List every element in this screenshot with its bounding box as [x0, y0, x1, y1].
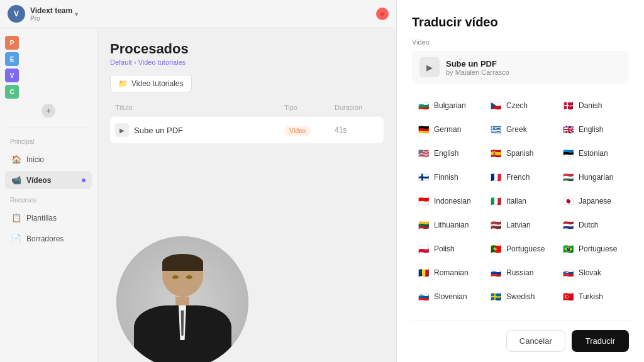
add-workspace-button[interactable]: + — [42, 104, 55, 118]
lang-item-it[interactable]: 🇮🇹Italian — [484, 189, 557, 213]
lang-item-pt[interactable]: 🇵🇹Portuguese — [484, 237, 557, 261]
flag-fi: 🇫🇮 — [417, 171, 430, 184]
flag-de: 🇩🇪 — [417, 123, 430, 136]
lang-item-fr[interactable]: 🇫🇷French — [484, 165, 557, 189]
folder-icon: 📁 — [118, 79, 128, 88]
avatar-e[interactable]: E — [5, 52, 19, 66]
panel-footer: Cancelar Traducir — [412, 321, 629, 352]
lang-label-fr: French — [506, 173, 530, 182]
flag-ro: 🇷🇴 — [417, 266, 430, 279]
cancel-button[interactable]: Cancelar — [506, 330, 565, 352]
flag-fr: 🇫🇷 — [489, 171, 502, 184]
flag-ru: 🇷🇺 — [489, 266, 502, 279]
lang-item-da[interactable]: 🇩🇰Danish — [557, 94, 629, 118]
table-header: Título Tipo Duración — [110, 101, 384, 114]
lang-item-cs[interactable]: 🇨🇿Czech — [484, 94, 557, 118]
row-title-text: Sube un PDF — [134, 126, 183, 135]
lang-label-sl: Slovenian — [434, 292, 467, 301]
lang-label-sv: Swedish — [506, 292, 535, 301]
lang-item-de[interactable]: 🇩🇪German — [412, 118, 484, 141]
lang-label-ja: Japanese — [579, 197, 611, 206]
lang-item-sk[interactable]: 🇸🇰Slovak — [557, 261, 629, 285]
lang-label-et: Estonian — [579, 149, 608, 158]
breadcrumb-videos[interactable]: Video tutoriales — [138, 58, 186, 66]
active-dot — [82, 178, 86, 182]
home-icon: 🏠 — [11, 155, 21, 164]
avatar-p[interactable]: P — [5, 36, 19, 50]
lang-label-pt2: Portuguese — [579, 244, 617, 253]
flag-sl: 🇸🇮 — [417, 290, 430, 303]
lang-label-id: Indonesian — [434, 197, 471, 206]
lang-item-nl[interactable]: 🇳🇱Dutch — [557, 213, 629, 237]
sidebar-label-borradores: Borradores — [26, 234, 64, 243]
lang-label-bg: Bulgarian — [434, 101, 466, 110]
folder-button[interactable]: 📁 Video tutoriales — [110, 75, 192, 92]
team-name: Vidext team — [30, 6, 72, 15]
lang-item-hu[interactable]: 🇭🇺Hungarian — [557, 165, 629, 189]
sidebar-item-borradores[interactable]: 📄 Borradores — [5, 229, 92, 248]
close-button[interactable]: ✕ — [376, 8, 389, 20]
flag-sk: 🇸🇰 — [562, 266, 574, 279]
lang-item-es[interactable]: 🇪🇸Spanish — [484, 141, 557, 165]
lang-item-et[interactable]: 🇪🇪Estonian — [557, 141, 629, 165]
sidebar-item-inicio[interactable]: 🏠 Inicio — [5, 150, 92, 168]
topbar: V Vidext team Pro ▾ ✕ — [0, 0, 396, 28]
lang-item-en2[interactable]: 🇺🇸English — [412, 141, 484, 165]
lang-item-ro[interactable]: 🇷🇴Romanian — [412, 261, 484, 285]
breadcrumb: Default › Video tutoriales — [110, 58, 384, 66]
action-bar: 📁 Video tutoriales — [110, 75, 384, 92]
lang-item-fi[interactable]: 🇫🇮Finnish — [412, 165, 484, 189]
flag-pl: 🇵🇱 — [417, 243, 430, 255]
lang-item-ru[interactable]: 🇷🇺Russian — [484, 261, 557, 285]
sidebar-section-recursos: Recursos — [5, 194, 92, 206]
sidebar-section-principal: Principal — [5, 136, 92, 148]
lang-item-lv[interactable]: 🇱🇻Latvian — [484, 213, 557, 237]
flag-cs: 🇨🇿 — [489, 99, 502, 112]
flag-et: 🇪🇪 — [562, 147, 574, 160]
lang-label-tr: Turkish — [579, 292, 603, 301]
lang-item-el[interactable]: 🇬🇷Greek — [484, 118, 557, 141]
col-type: Tipo — [284, 104, 335, 111]
sidebar-item-plantillas[interactable]: 📋 Plantillas — [5, 209, 92, 227]
avatar-v[interactable]: V — [5, 69, 19, 82]
sidebar-item-videos[interactable]: 📹 Vídeos — [5, 171, 92, 189]
col-duration: Duración — [335, 104, 379, 111]
row-duration: 41s — [335, 126, 379, 134]
flag-pt2: 🇧🇷 — [562, 243, 574, 255]
lang-label-fi: Finnish — [434, 173, 458, 182]
lang-item-zh[interactable]: 🇨🇳Chinese — [484, 309, 557, 315]
video-info-box: ▶ Sube un PDF by Maialen Carrasco — [412, 51, 629, 84]
row-type-cell: Vídeo — [284, 124, 335, 136]
lang-item-ja[interactable]: 🇯🇵Japanese — [557, 189, 629, 213]
table-row[interactable]: ▶ Sube un PDF Vídeo 41s — [110, 117, 384, 143]
lang-item-pl[interactable]: 🇵🇱Polish — [412, 237, 484, 261]
lang-label-lv: Latvian — [506, 221, 531, 229]
translate-button[interactable]: Traducir — [572, 330, 629, 352]
avatar-c[interactable]: C — [5, 85, 19, 99]
lang-item-lt[interactable]: 🇱🇹Lithuanian — [412, 213, 484, 237]
lang-label-cs: Czech — [506, 101, 528, 110]
flag-tr: 🇹🇷 — [562, 290, 574, 303]
lang-label-en: English — [579, 125, 603, 134]
lang-item-id[interactable]: 🇮🇩Indonesian — [412, 189, 484, 213]
lang-item-bg[interactable]: 🇧🇬Bulgarian — [412, 94, 484, 118]
video-label: Video — [412, 38, 629, 46]
team-info: Vidext team Pro — [30, 6, 72, 22]
breadcrumb-default[interactable]: Default — [110, 58, 132, 66]
lang-label-ru: Russian — [506, 268, 533, 277]
lang-label-de: German — [434, 125, 461, 134]
lang-item-pt2[interactable]: 🇧🇷Portuguese — [557, 237, 629, 261]
lang-label-pl: Polish — [434, 244, 455, 253]
breadcrumb-sep: › — [134, 58, 138, 66]
chevron-down-icon: ▾ — [75, 11, 78, 18]
team-plan: Pro — [30, 15, 72, 22]
lang-item-sl[interactable]: 🇸🇮Slovenian — [412, 285, 484, 309]
flag-en: 🇬🇧 — [562, 123, 574, 136]
lang-item-en[interactable]: 🇬🇧English — [557, 118, 629, 141]
flag-nl: 🇳🇱 — [562, 219, 574, 231]
lang-item-tr[interactable]: 🇹🇷Turkish — [557, 285, 629, 309]
lang-item-sv[interactable]: 🇸🇪Swedish — [484, 285, 557, 309]
sidebar: P E V C + Principal 🏠 Inicio 📹 Vídeos Re… — [0, 28, 97, 362]
template-icon: 📋 — [11, 213, 21, 222]
lang-item-uk[interactable]: 🇺🇦Ukrainian — [412, 309, 484, 315]
